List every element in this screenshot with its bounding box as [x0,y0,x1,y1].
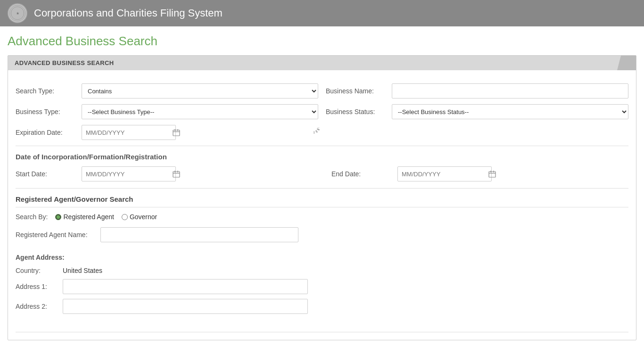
business-name-group: Business Name: [326,83,628,99]
start-date-group: Start Date: [16,166,313,181]
date-range-section: Date of Incorporation/Formation/Registra… [16,146,628,189]
page-heading: Advanced Business Search [8,34,636,49]
address2-input[interactable] [63,299,308,314]
svg-rect-16 [317,128,320,130]
loading-spinner-container [314,127,330,146]
business-type-label: Business Type: [16,108,82,115]
country-value: United States [63,267,102,274]
page-content: Advanced Business Search ADVANCED BUSINE… [0,26,644,348]
loading-spinner [314,127,330,144]
expiration-date-label: Expiration Date: [16,129,82,136]
app-title: Corporations and Charities Filing System [34,7,223,19]
svg-rect-17 [315,130,318,132]
country-label: Country: [16,267,63,274]
search-card: ADVANCED BUSINESS SEARCH Search Type: Co… [8,55,636,340]
start-date-wrapper [82,166,176,181]
business-name-input[interactable] [392,83,628,99]
end-date-label: End Date: [331,170,397,178]
svg-rect-3 [173,130,180,136]
radio-registered-agent[interactable] [55,214,61,220]
radio-registered-agent-option[interactable]: Registered Agent [55,213,114,221]
svg-text:★: ★ [16,11,19,16]
start-date-input[interactable] [82,169,169,180]
address1-row: Address 1: [16,279,628,294]
search-type-group: Search Type: Contains Starts With Exact [16,83,318,99]
search-by-label: Search By: [16,213,48,221]
search-by-group: Search By: Registered Agent Governor [16,213,628,221]
business-type-group: Business Type: --Select Business Type-- … [16,104,318,119]
end-date-wrapper [397,166,492,181]
business-name-label: Business Name: [326,87,392,95]
registered-agent-section: Registered Agent/Governor Search Search … [16,189,628,332]
start-calendar-icon[interactable] [169,168,184,180]
country-row: Country: United States [16,267,628,274]
expiration-date-wrapper [82,125,176,140]
agent-address-title: Agent Address: [16,254,628,261]
expiration-date-input[interactable] [82,127,169,138]
date-section-title: Date of Incorporation/Formation/Registra… [16,153,628,161]
card-header: ADVANCED BUSINESS SEARCH [8,56,636,70]
radio-governor-label: Governor [130,213,157,221]
form-row-1: Search Type: Contains Starts With Exact … [16,83,628,99]
business-status-label: Business Status: [326,108,392,115]
radio-governor-option[interactable]: Governor [122,213,157,221]
end-date-input[interactable] [398,169,485,180]
search-type-select[interactable]: Contains Starts With Exact [82,83,318,99]
svg-rect-18 [314,131,315,134]
address1-label: Address 1: [16,283,63,290]
ra-name-row: Registered Agent Name: [16,227,628,242]
form-row-2: Business Type: --Select Business Type-- … [16,104,628,119]
radio-registered-agent-label: Registered Agent [63,213,114,221]
business-status-select[interactable]: --Select Business Status-- Active Inacti… [392,104,628,119]
app-header: ★ Corporations and Charities Filing Syst… [0,0,644,26]
search-type-label: Search Type: [16,87,82,95]
ra-name-label: Registered Agent Name: [16,231,100,239]
ra-section-title: Registered Agent/Governor Search [16,195,628,207]
card-body: Search Type: Contains Starts With Exact … [8,70,636,340]
end-date-group: End Date: [331,166,628,181]
address2-label: Address 2: [16,303,63,310]
seal-icon: ★ [9,5,26,22]
date-range-row: Start Date: [16,166,628,181]
radio-governor[interactable] [122,214,128,220]
app-logo: ★ [8,3,27,23]
svg-rect-7 [173,172,180,177]
svg-rect-11 [489,172,495,177]
ra-name-input[interactable] [100,227,298,242]
address2-row: Address 2: [16,299,628,314]
agent-address-section: Agent Address: Country: United States Ad… [16,247,628,325]
business-type-select[interactable]: --Select Business Type-- Corporation LLC… [82,104,318,119]
start-date-label: Start Date: [16,170,82,178]
business-status-group: Business Status: --Select Business Statu… [326,104,628,119]
end-calendar-icon[interactable] [485,168,500,180]
expiration-calendar-icon[interactable] [169,127,184,138]
card-title: ADVANCED BUSINESS SEARCH [15,59,114,66]
address1-input[interactable] [63,279,308,294]
